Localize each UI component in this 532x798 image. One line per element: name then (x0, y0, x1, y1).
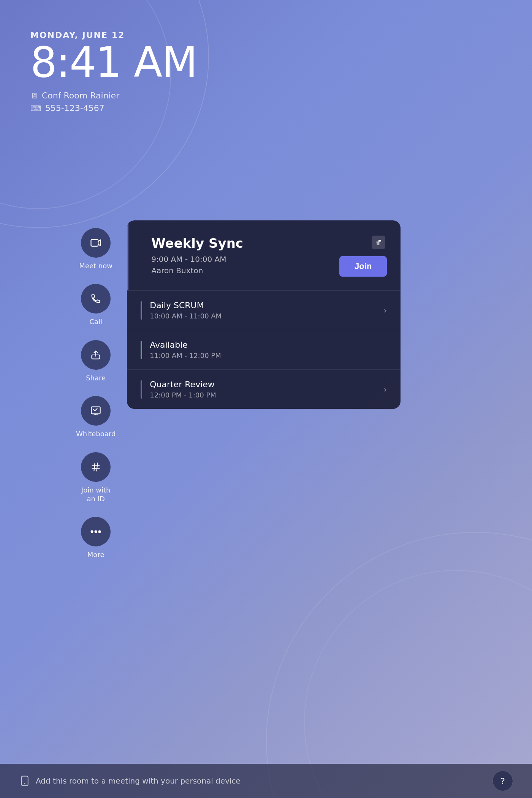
more-label: More (87, 550, 104, 559)
chevron-icon-daily-scrum: › (384, 306, 387, 315)
share-button[interactable] (81, 340, 111, 370)
meet-now-button[interactable] (81, 228, 111, 258)
actions-column: Meet now Call Share (76, 220, 116, 559)
svg-point-8 (24, 783, 25, 784)
help-icon: ? (500, 776, 505, 786)
action-meet-now[interactable]: Meet now (79, 228, 112, 270)
quarter-review-time: 12:00 PM - 1:00 PM (150, 391, 383, 399)
featured-meeting-title: Weekly Sync (151, 236, 385, 251)
chevron-icon-quarter-review: › (384, 385, 387, 394)
action-whiteboard[interactable]: Whiteboard (76, 396, 116, 438)
video-icon (90, 237, 101, 249)
main-content: Meet now Call Share (76, 220, 401, 559)
dialpad-icon: ⌨ (30, 104, 41, 113)
time-display: 8:41 AM (30, 41, 197, 83)
share-icon (90, 350, 101, 360)
available-title: Available (150, 340, 387, 350)
room-phone-line: ⌨ 555-123-4567 (30, 103, 197, 113)
meeting-list: Daily SCRUM 10:00 AM - 11:00 AM › Availa… (127, 290, 401, 409)
bottom-bar: Add this room to a meeting with your per… (0, 764, 532, 798)
screen-icon: 🖥 (30, 91, 38, 100)
meeting-bar-daily-scrum (141, 301, 142, 320)
meeting-available: Available 11:00 AM - 12:00 PM (127, 330, 401, 369)
meeting-bar-quarter-review (141, 380, 142, 399)
room-phone: 555-123-4567 (45, 103, 104, 113)
meeting-quarter-review[interactable]: Quarter Review 12:00 PM - 1:00 PM › (127, 369, 401, 409)
whiteboard-label: Whiteboard (76, 429, 116, 438)
svg-point-4 (95, 530, 97, 533)
join-button[interactable]: Join (339, 256, 387, 277)
action-share[interactable]: Share (81, 340, 111, 382)
daily-scrum-time: 10:00 AM - 11:00 AM (150, 312, 383, 320)
svg-point-5 (98, 530, 101, 533)
call-button[interactable] (81, 284, 111, 314)
action-more[interactable]: More (81, 517, 111, 559)
meeting-info-quarter-review: Quarter Review 12:00 PM - 1:00 PM (150, 380, 383, 399)
meeting-info-daily-scrum: Daily SCRUM 10:00 AM - 11:00 AM (150, 301, 383, 320)
teams-icon (372, 236, 385, 249)
top-info: MONDAY, JUNE 12 8:41 AM 🖥 Conf Room Rain… (30, 30, 197, 113)
teams-icon-badge (370, 234, 387, 251)
personal-device-icon (19, 775, 30, 787)
call-label: Call (89, 317, 102, 326)
daily-scrum-title: Daily SCRUM (150, 301, 383, 310)
hashtag-icon (90, 462, 101, 472)
whiteboard-icon (90, 405, 101, 416)
join-id-label: Join withan ID (81, 486, 111, 504)
meet-now-label: Meet now (79, 261, 112, 270)
featured-meeting: Weekly Sync 9:00 AM - 10:00 AM Aaron Bux… (127, 220, 401, 290)
date-label: MONDAY, JUNE 12 (30, 30, 197, 40)
svg-point-3 (91, 530, 93, 533)
quarter-review-title: Quarter Review (150, 380, 383, 389)
calendar-card: Weekly Sync 9:00 AM - 10:00 AM Aaron Bux… (127, 220, 401, 409)
svg-rect-0 (91, 239, 98, 246)
more-dots-icon (90, 530, 101, 533)
bottom-bar-text: Add this room to a meeting with your per… (36, 776, 241, 785)
join-id-button[interactable] (81, 452, 111, 482)
whiteboard-button[interactable] (81, 396, 111, 426)
help-button[interactable]: ? (492, 771, 513, 791)
phone-icon (90, 293, 101, 304)
room-info: 🖥 Conf Room Rainier ⌨ 555-123-4567 (30, 91, 197, 113)
room-name-line: 🖥 Conf Room Rainier (30, 91, 197, 100)
more-button[interactable] (81, 517, 111, 546)
meeting-daily-scrum[interactable]: Daily SCRUM 10:00 AM - 11:00 AM › (127, 290, 401, 330)
action-call[interactable]: Call (81, 284, 111, 326)
room-name: Conf Room Rainier (42, 91, 119, 100)
share-label: Share (86, 374, 106, 382)
meeting-info-available: Available 11:00 AM - 12:00 PM (150, 340, 387, 359)
svg-rect-7 (21, 776, 28, 786)
available-time: 11:00 AM - 12:00 PM (150, 352, 387, 359)
action-join-id[interactable]: Join withan ID (81, 452, 111, 504)
bottom-bar-content: Add this room to a meeting with your per… (19, 775, 241, 787)
meeting-bar-available (141, 341, 142, 359)
